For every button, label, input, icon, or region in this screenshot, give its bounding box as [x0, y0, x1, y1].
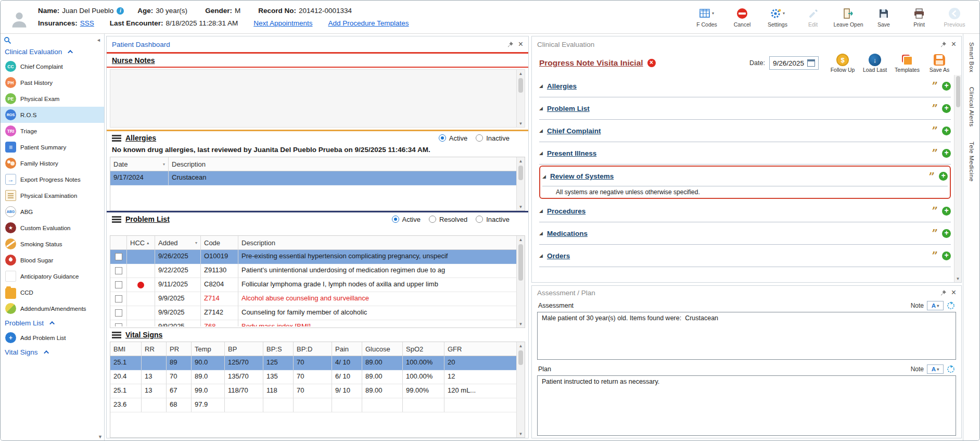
- sidebar-item-past-history[interactable]: PH Past History: [1, 74, 104, 91]
- problem-row-clipped[interactable]: 9/9/2025 Z68 Body mass index [BMI]: [110, 320, 516, 326]
- collapse-triangle-icon[interactable]: ◢: [539, 253, 543, 258]
- add-procedure-templates-link[interactable]: Add Procedure Templates: [328, 19, 409, 27]
- sidebar-item-add-problem-list[interactable]: + Add Problem List: [1, 330, 104, 346]
- quick-text-icon[interactable]: ”: [932, 106, 938, 111]
- cancel-button[interactable]: Cancel: [728, 7, 757, 28]
- problem-row[interactable]: 9/22/2025 Z91130 Patient's unintentional…: [110, 264, 516, 278]
- settings-button[interactable]: ▾ Settings: [763, 7, 792, 28]
- section-title[interactable]: Problem List: [547, 105, 590, 112]
- save-as-button[interactable]: Save As: [925, 53, 954, 73]
- sidebar-group-problem-list[interactable]: Problem List: [1, 317, 104, 330]
- pin-icon[interactable]: [940, 289, 947, 296]
- templates-button[interactable]: Templates: [893, 53, 922, 73]
- problem-list-menu-icon[interactable]: [112, 216, 121, 223]
- sidebar-group-clinical-evaluation[interactable]: Clinical Evaluation: [1, 45, 104, 58]
- problem-row[interactable]: 9/11/2025 C8204 Follicular lymphoma grad…: [110, 278, 516, 292]
- note-section-present-illness[interactable]: ◢ Present Illness ” +: [539, 142, 951, 165]
- row-checkbox[interactable]: [115, 253, 122, 260]
- sidebar-item-physical-examination[interactable]: Physical Examination: [1, 187, 104, 204]
- scroll-down-icon[interactable]: ▼: [517, 430, 525, 437]
- add-section-item-icon[interactable]: +: [939, 172, 948, 181]
- allergy-row[interactable]: 9/17/2024 Crustacean: [110, 171, 516, 185]
- vital-row[interactable]: 25.1 89 90.0 125/70 125 70 4/ 10 89.00 1…: [110, 356, 516, 370]
- column-header-gfr[interactable]: GFR: [444, 342, 516, 356]
- problems-resolved-radio[interactable]: [429, 216, 436, 223]
- quick-text-icon[interactable]: ”: [928, 174, 935, 179]
- column-header-code[interactable]: Code: [201, 236, 238, 250]
- vital-row[interactable]: 25.1 13 67 99.0 118/70 118 70 9/ 10 89.0…: [110, 384, 516, 398]
- column-header-rr[interactable]: RR: [142, 342, 167, 356]
- column-header-glucose[interactable]: Glucose: [362, 342, 403, 356]
- pin-icon[interactable]: [507, 41, 514, 48]
- scroll-up-icon[interactable]: ▲: [517, 342, 525, 349]
- row-checkbox[interactable]: [115, 267, 122, 274]
- problems-inactive-radio[interactable]: [476, 216, 483, 223]
- add-section-item-icon[interactable]: +: [942, 82, 951, 91]
- print-button[interactable]: Print: [905, 7, 934, 28]
- column-header-description[interactable]: Description: [238, 236, 516, 250]
- add-section-item-icon[interactable]: +: [942, 149, 951, 158]
- collapse-triangle-icon[interactable]: ◢: [539, 150, 543, 156]
- sidebar-group-vital-signs[interactable]: Vital Signs: [1, 346, 104, 359]
- tab-tele-medicine[interactable]: Tele Medicine: [969, 142, 975, 182]
- nurse-notes-textarea[interactable]: [110, 70, 516, 127]
- problem-list-title[interactable]: Problem List: [125, 215, 170, 223]
- quick-text-icon[interactable]: ”: [932, 208, 938, 213]
- note-format-button[interactable]: A▾: [927, 364, 944, 374]
- add-section-item-icon[interactable]: +: [942, 104, 951, 113]
- collapse-triangle-icon[interactable]: ◢: [542, 174, 546, 179]
- sidebar-scroll-down-icon[interactable]: ▼: [98, 434, 103, 439]
- note-section-orders[interactable]: ◢ Orders ” +: [539, 245, 951, 267]
- load-last-button[interactable]: ↓ Load Last: [860, 53, 889, 73]
- radio-label[interactable]: Active: [402, 216, 421, 223]
- scrollbar[interactable]: ▼: [954, 75, 961, 282]
- allergies-title[interactable]: Allergies: [125, 134, 156, 142]
- row-checkbox[interactable]: [115, 295, 122, 303]
- scrollbar[interactable]: ▲ ▼: [516, 157, 525, 210]
- sidebar-item-family-history[interactable]: Family History: [1, 155, 104, 171]
- sidebar-item-abg[interactable]: ABG ABG: [1, 204, 104, 220]
- scrollbar[interactable]: ▲ ▼: [516, 236, 525, 327]
- calendar-icon[interactable]: [807, 59, 815, 67]
- note-section-allergies[interactable]: ◢ Allergies ” +: [539, 75, 951, 97]
- section-title[interactable]: Procedures: [547, 207, 586, 215]
- column-header-bp[interactable]: BP: [225, 342, 263, 356]
- patient-info-icon[interactable]: i: [117, 7, 124, 15]
- f-codes-button[interactable]: ▾ F Codes: [692, 7, 721, 28]
- vital-row-clipped[interactable]: 23.6 68 97.9: [110, 398, 516, 412]
- collapse-triangle-icon[interactable]: ◢: [539, 231, 543, 236]
- assessment-textarea[interactable]: Male patient of 30 year(s) old. Items fo…: [537, 312, 956, 360]
- allergies-menu-icon[interactable]: [112, 135, 121, 142]
- section-title[interactable]: Present Illness: [547, 149, 596, 157]
- section-title[interactable]: Chief Complaint: [547, 127, 601, 135]
- scroll-thumb[interactable]: [518, 166, 523, 180]
- refresh-icon[interactable]: [947, 365, 955, 373]
- close-icon[interactable]: ×: [951, 41, 956, 48]
- section-title[interactable]: Review of Systems: [550, 172, 614, 180]
- scroll-thumb[interactable]: [518, 78, 523, 93]
- scrollbar[interactable]: ▲ ▼: [516, 342, 525, 437]
- sidebar-item-physical-exam[interactable]: PE Physical Exam: [1, 91, 104, 107]
- scroll-up-icon[interactable]: ▲: [517, 236, 525, 243]
- vital-signs-menu-icon[interactable]: [112, 332, 121, 338]
- insurance-link[interactable]: SSS: [80, 19, 94, 27]
- add-section-item-icon[interactable]: +: [942, 251, 951, 260]
- scroll-down-icon[interactable]: ▼: [517, 203, 525, 210]
- problems-active-radio[interactable]: [392, 216, 399, 223]
- search-icon[interactable]: [4, 36, 11, 44]
- column-header-pain[interactable]: Pain: [332, 342, 362, 356]
- row-checkbox[interactable]: [115, 309, 122, 317]
- vital-row[interactable]: 20.4 13 70 89.0 135/70 135 70 6/ 10 89.0…: [110, 370, 516, 384]
- problem-row[interactable]: 9/26/2025 O10019 Pre-existing essential …: [110, 250, 516, 264]
- sidebar-item-blood-sugar[interactable]: Blood Sugar: [1, 252, 104, 268]
- sidebar-item-ros[interactable]: ROS R.O.S: [1, 107, 104, 123]
- sidebar-item-anticipatory-guidance[interactable]: Anticipatory Guidance: [1, 268, 104, 284]
- refresh-icon[interactable]: [947, 301, 955, 310]
- quick-text-icon[interactable]: ”: [932, 150, 938, 156]
- note-section-problem-list[interactable]: ◢ Problem List ” +: [539, 97, 951, 120]
- dropdown-caret-icon[interactable]: ▾: [783, 11, 785, 16]
- radio-label[interactable]: Active: [449, 134, 467, 142]
- quick-text-icon[interactable]: ”: [932, 231, 938, 236]
- allergies-inactive-radio[interactable]: [476, 134, 483, 142]
- close-icon[interactable]: ×: [951, 289, 956, 296]
